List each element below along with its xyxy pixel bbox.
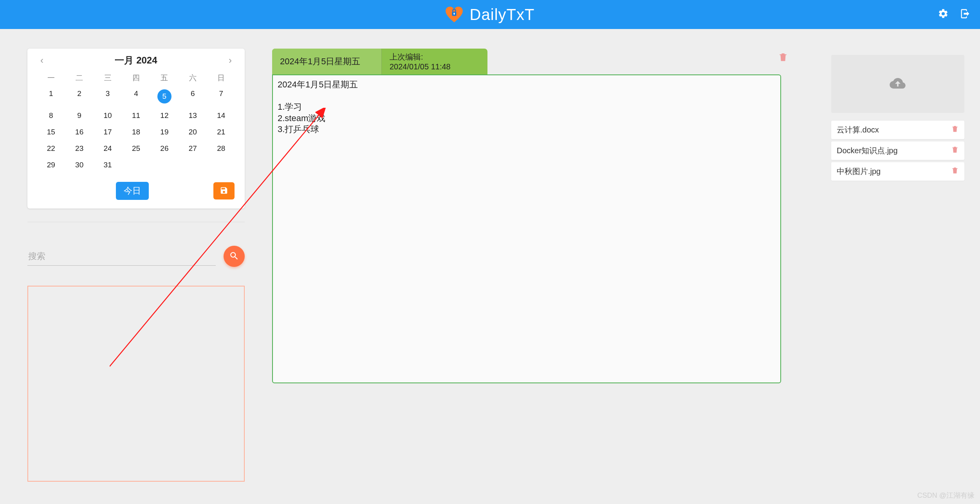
calendar-day[interactable]: 21	[207, 124, 235, 140]
calendar-dow: 五	[150, 71, 179, 85]
upload-dropzone[interactable]	[831, 55, 964, 113]
divider	[27, 222, 245, 222]
file-item[interactable]: 中秋图片.jpg	[831, 162, 964, 181]
app-logo: DailyTxT	[446, 6, 535, 24]
calendar-day	[179, 157, 207, 173]
calendar-dow: 六	[179, 71, 207, 85]
file-name: 中秋图片.jpg	[837, 166, 881, 177]
save-button[interactable]	[213, 182, 235, 199]
calendar-day[interactable]: 16	[65, 124, 93, 140]
calendar-day[interactable]: 26	[150, 140, 179, 157]
calendar-dow: 一	[37, 71, 65, 85]
calendar-day[interactable]: 2	[65, 85, 93, 107]
calendar-day[interactable]: 20	[179, 124, 207, 140]
calendar-day[interactable]: 9	[65, 107, 93, 124]
calendar-day[interactable]: 4	[122, 85, 150, 107]
calendar-day[interactable]: 3	[94, 85, 122, 107]
entry-editor[interactable]	[272, 74, 781, 383]
next-month-button[interactable]: ›	[225, 55, 235, 65]
calendar-title: 一月 2024	[115, 54, 157, 67]
calendar-day[interactable]: 24	[94, 140, 122, 157]
file-list: 云计算.docxDocker知识点.jpg中秋图片.jpg	[831, 121, 964, 181]
cloud-upload-icon	[887, 75, 909, 93]
trash-icon	[951, 166, 959, 175]
calendar-dow: 三	[94, 71, 122, 85]
prev-month-button[interactable]: ‹	[37, 55, 47, 65]
gear-icon[interactable]	[938, 8, 949, 21]
svg-rect-2	[454, 13, 455, 15]
calendar-day	[207, 157, 235, 173]
calendar-day[interactable]: 18	[122, 124, 150, 140]
calendar-day[interactable]: 17	[94, 124, 122, 140]
calendar: ‹ 一月 2024 › 一二三四五六日123456789101112131415…	[27, 49, 245, 208]
save-icon	[220, 186, 228, 196]
calendar-day[interactable]: 30	[65, 157, 93, 173]
calendar-day[interactable]: 29	[37, 157, 65, 173]
calendar-day[interactable]: 13	[179, 107, 207, 124]
file-delete-button[interactable]	[951, 145, 959, 156]
calendar-day[interactable]: 10	[94, 107, 122, 124]
logout-icon[interactable]	[960, 8, 971, 21]
calendar-day[interactable]: 23	[65, 140, 93, 157]
file-delete-button[interactable]	[951, 125, 959, 135]
calendar-day[interactable]: 25	[122, 140, 150, 157]
calendar-day[interactable]: 14	[207, 107, 235, 124]
entry-tab[interactable]: 2024年1月5日星期五 上次编辑: 2024/01/05 11:48	[272, 49, 487, 74]
calendar-day[interactable]: 7	[207, 85, 235, 107]
entry-last-edit: 上次编辑: 2024/01/05 11:48	[382, 49, 487, 74]
calendar-day[interactable]: 31	[94, 157, 122, 173]
calendar-dow: 四	[122, 71, 150, 85]
today-button[interactable]: 今日	[116, 182, 149, 200]
app-title: DailyTxT	[470, 6, 535, 24]
calendar-day[interactable]: 15	[37, 124, 65, 140]
calendar-day[interactable]: 6	[179, 85, 207, 107]
search-button[interactable]	[224, 246, 245, 267]
delete-entry-button[interactable]	[778, 49, 788, 74]
file-delete-button[interactable]	[951, 166, 959, 177]
file-name: 云计算.docx	[837, 125, 879, 135]
calendar-dow: 二	[65, 71, 93, 85]
calendar-day[interactable]: 27	[179, 140, 207, 157]
calendar-day[interactable]: 8	[37, 107, 65, 124]
calendar-day[interactable]: 12	[150, 107, 179, 124]
search-icon	[229, 251, 239, 262]
app-header: DailyTxT	[0, 0, 980, 29]
entry-date: 2024年1月5日星期五	[272, 49, 382, 74]
calendar-day	[150, 157, 179, 173]
calendar-dow: 日	[207, 71, 235, 85]
calendar-day[interactable]: 5	[150, 85, 179, 107]
trash-icon	[951, 125, 959, 133]
calendar-day[interactable]: 1	[37, 85, 65, 107]
file-name: Docker知识点.jpg	[837, 145, 898, 156]
file-item[interactable]: 云计算.docx	[831, 121, 964, 139]
search-input[interactable]	[27, 247, 216, 266]
calendar-day[interactable]: 28	[207, 140, 235, 157]
calendar-day	[122, 157, 150, 173]
trash-icon	[778, 52, 788, 64]
heart-lock-icon	[446, 7, 463, 22]
watermark: CSDN @江湖有缘	[917, 491, 975, 500]
file-item[interactable]: Docker知识点.jpg	[831, 141, 964, 160]
calendar-day[interactable]: 19	[150, 124, 179, 140]
calendar-day[interactable]: 22	[37, 140, 65, 157]
trash-icon	[951, 145, 959, 154]
search-results	[27, 286, 245, 482]
calendar-day[interactable]: 11	[122, 107, 150, 124]
